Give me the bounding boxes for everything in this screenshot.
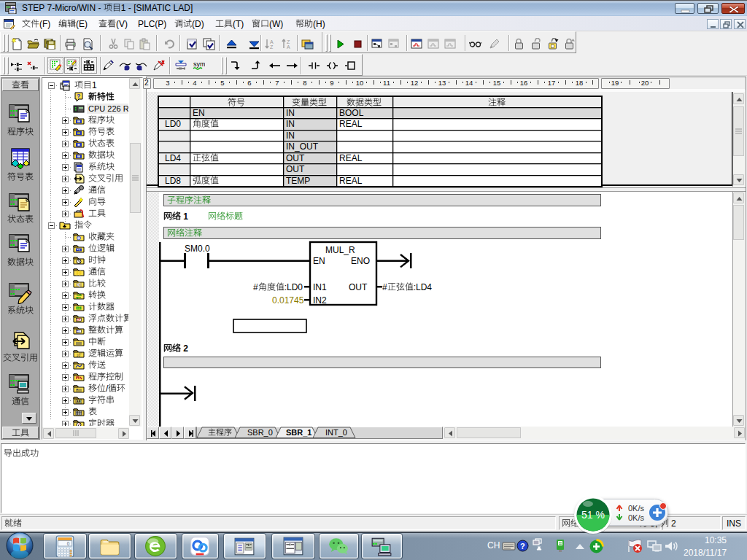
svg-text:?: ?	[520, 542, 525, 551]
svg-text:0K/s: 0K/s	[628, 504, 645, 513]
svg-text:51 %: 51 %	[581, 509, 605, 521]
svg-text:0K/s: 0K/s	[628, 513, 645, 522]
svg-text:0: 0	[67, 541, 70, 546]
